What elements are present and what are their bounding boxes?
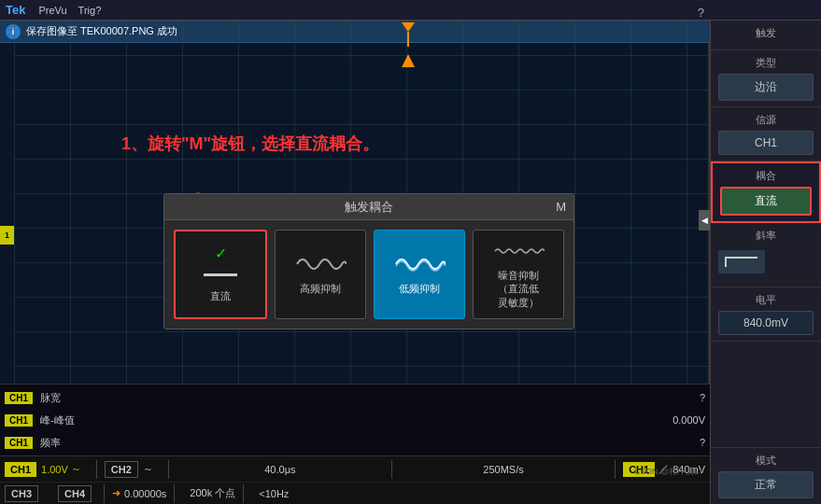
sample-rate-value: 250MS/s <box>400 464 607 475</box>
mode-value-btn[interactable]: 正常 <box>718 471 814 498</box>
watermark-text: CSDN @程序员LT <box>634 466 703 478</box>
menu-trig[interactable]: Trig? <box>78 5 102 16</box>
divider-3 <box>391 460 392 479</box>
ch1-wave-symbol: ～ <box>71 462 81 476</box>
level-label: 电平 <box>718 293 814 307</box>
slope-section: 斜率 <box>711 223 821 287</box>
meas-row-freq: CH1 频率 ? <box>0 431 710 454</box>
ch1-status-badge[interactable]: CH1 <box>5 462 36 477</box>
meas-value-pkpk: 0.000V <box>630 414 705 426</box>
time-row: CH3 CH4 ➜ 0.00000s 200k 个点 <10Hz <box>0 482 710 504</box>
ch1-badge-meas2: CH1 <box>5 414 33 427</box>
time-offset-arrow: ➜ <box>112 487 120 499</box>
coupling-section: 耦合 直流 <box>711 161 821 223</box>
trigger-position-marker <box>402 22 415 47</box>
popup-items-container: ✓ 直流 高频抑制 <box>164 220 573 329</box>
top-menu-bar: Tek PreVu Trig? ? <box>0 0 821 21</box>
type-value-btn[interactable]: 边沿 <box>718 74 814 101</box>
slope-icon <box>718 250 765 273</box>
right-panel: ◀ 触发 类型 边沿 信源 CH1 耦合 直流 斜率 电平 840 <box>710 21 821 504</box>
mode-section: 模式 正常 <box>711 447 821 504</box>
popup-item-hf[interactable]: 高频抑制 <box>275 230 366 319</box>
divider-1 <box>96 460 97 479</box>
popup-item-noise[interactable]: 噪音抑制 （直流低 灵敏度） <box>473 230 564 319</box>
dc-wave-icon <box>202 265 239 284</box>
ch4-status-badge[interactable]: CH4 <box>58 485 92 502</box>
time-div-value: 40.0μs <box>177 464 384 475</box>
ch1-left-marker: 1 <box>0 226 14 245</box>
divider-2 <box>168 460 169 479</box>
hf-wave-icon <box>295 253 347 276</box>
popup-m-label: M <box>556 200 566 214</box>
bottom-area: CH1 脉宽 ? CH1 峰-峰值 0.000V CH1 频率 ? CH1 <box>0 384 710 504</box>
ch1-badge-meas1: CH1 <box>5 392 33 404</box>
check-icon: ✓ <box>215 245 227 262</box>
ch3-status-badge[interactable]: CH3 <box>5 485 38 502</box>
type-label: 类型 <box>718 56 814 70</box>
divider-7 <box>243 484 244 503</box>
meas-value-pulse: ? <box>630 392 705 403</box>
menu-prevu[interactable]: PreVu <box>38 5 66 16</box>
coupling-label: 耦合 <box>720 169 812 183</box>
meas-label-pkpk: 峰-峰值 <box>40 413 630 427</box>
trigger-arrow-icon <box>402 22 415 32</box>
popup-item-lf-label: 低频抑制 <box>399 282 440 296</box>
popup-item-noise-label: 噪音抑制 （直流低 灵敏度） <box>498 269 539 309</box>
popup-item-hf-label: 高频抑制 <box>300 282 341 296</box>
popup-title: 触发耦合 <box>345 199 393 216</box>
panel-collapse-arrow[interactable]: ◀ <box>699 210 710 231</box>
main-layout: i 保存图像至 TEK00007.PNG 成功 1 1、旋转"M"旋钮，选择直流… <box>0 21 821 504</box>
coupling-value-btn[interactable]: 直流 <box>720 187 812 216</box>
meas-value-freq: ? <box>630 437 705 448</box>
lf-wave-icon <box>394 253 446 276</box>
ch2-status-badge[interactable]: CH2 <box>105 461 138 478</box>
trigger-line <box>407 32 409 47</box>
mode-label: 模式 <box>718 454 814 468</box>
source-label: 信源 <box>718 113 814 127</box>
question-mark-icon[interactable]: ? <box>698 4 704 21</box>
source-section: 信源 CH1 <box>711 107 821 161</box>
slope-label: 斜率 <box>718 229 814 243</box>
type-section: 类型 边沿 <box>711 50 821 107</box>
ch1-scale-value: 1.00V <box>41 464 68 475</box>
divider-5 <box>104 484 105 503</box>
level-value-btn[interactable]: 840.0mV <box>718 311 814 335</box>
time-offset-value: 0.00000s <box>124 488 166 499</box>
popup-item-lf[interactable]: 低频抑制 <box>374 230 465 319</box>
divider-6 <box>174 484 175 503</box>
meas-row-pkpk: CH1 峰-峰值 0.000V <box>0 409 710 431</box>
instruction-text: 1、旋转"M"旋钮，选择直流耦合。 <box>121 133 379 155</box>
trigger-marker-2 <box>402 54 415 67</box>
meas-row-pulse: CH1 脉宽 ? <box>0 386 710 409</box>
trigger-section: 触发 <box>711 21 821 50</box>
freq-value: <10Hz <box>259 488 289 499</box>
ch1-badge-meas3: CH1 <box>5 437 33 449</box>
meas-label-pulse: 脉宽 <box>40 391 630 405</box>
popup-item-dc[interactable]: ✓ 直流 <box>174 230 267 319</box>
divider-4 <box>615 460 616 479</box>
trigger-coupling-popup: 触发耦合 M ✓ 直流 高频抑制 <box>163 193 574 329</box>
noise-wave-icon <box>493 240 545 263</box>
level-section: 电平 840.0mV <box>711 287 821 342</box>
measurements-panel: CH1 脉宽 ? CH1 峰-峰值 0.000V CH1 频率 ? <box>0 384 710 455</box>
oscilloscope-screen: i 保存图像至 TEK00007.PNG 成功 1 1、旋转"M"旋钮，选择直流… <box>0 21 710 504</box>
points-value: 200k 个点 <box>190 486 235 500</box>
app-title: Tek <box>6 3 25 17</box>
popup-item-dc-label: 直流 <box>210 289 231 303</box>
source-value-btn[interactable]: CH1 <box>718 131 814 155</box>
meas-label-freq: 频率 <box>40 436 630 450</box>
popup-title-bar: 触发耦合 M <box>164 194 573 220</box>
channel-status-bar: CH1 1.00V ～ CH2 ～ 40.0μs 250MS/s CH1 ／ 8… <box>0 455 710 482</box>
trigger-section-title: 触发 <box>718 26 814 40</box>
ch2-wave-symbol: ～ <box>143 462 153 476</box>
